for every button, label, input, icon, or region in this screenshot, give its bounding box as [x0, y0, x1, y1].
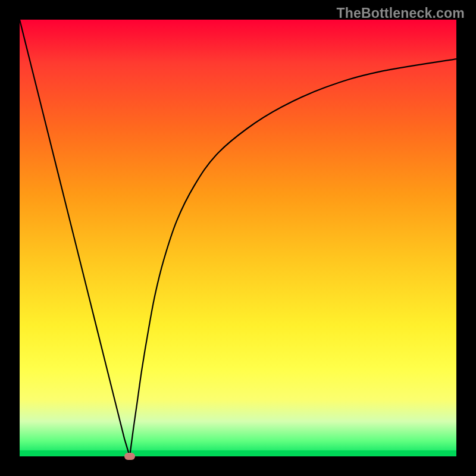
chart-frame: TheBottleneck.com	[0, 0, 476, 476]
curve-right-branch	[130, 59, 456, 456]
watermark-text: TheBottleneck.com	[336, 5, 465, 21]
minimum-marker	[124, 453, 135, 460]
curve-left-branch	[20, 20, 130, 456]
curve-svg	[20, 20, 456, 456]
plot-area	[20, 20, 456, 456]
